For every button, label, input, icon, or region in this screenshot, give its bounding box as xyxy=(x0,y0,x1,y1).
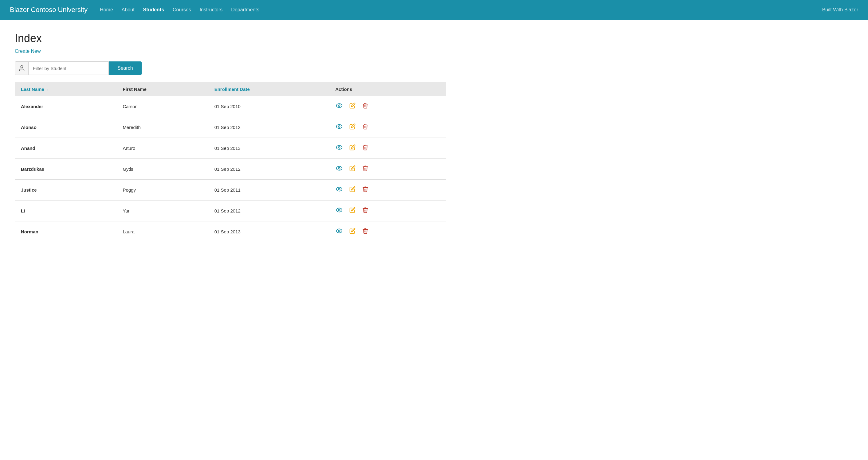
cell-enrollment-date: 01 Sep 2012 xyxy=(208,117,330,138)
svg-point-6 xyxy=(338,146,340,148)
cell-enrollment-date: 01 Sep 2011 xyxy=(208,179,330,200)
nav-item-departments[interactable]: Departments xyxy=(231,7,259,12)
delete-button[interactable] xyxy=(362,227,369,236)
edit-button[interactable] xyxy=(349,227,356,236)
cell-actions xyxy=(329,159,446,179)
cell-actions xyxy=(329,221,446,242)
svg-point-0 xyxy=(21,66,23,68)
view-button[interactable] xyxy=(335,206,343,216)
cell-lastname: Norman xyxy=(15,221,117,242)
main-content: Index Create New Search Last Name ↑ F xyxy=(0,20,461,255)
sort-arrow-icon: ↑ xyxy=(47,87,49,92)
cell-firstname: Meredith xyxy=(117,117,208,138)
view-button[interactable] xyxy=(335,123,343,132)
delete-button[interactable] xyxy=(362,102,369,111)
cell-lastname: Alexander xyxy=(15,96,117,117)
actions-cell xyxy=(335,143,440,153)
cell-firstname: Laura xyxy=(117,221,208,242)
svg-point-10 xyxy=(338,188,340,190)
cell-lastname: Anand xyxy=(15,138,117,159)
nav-item-home[interactable]: Home xyxy=(100,7,113,12)
edit-button[interactable] xyxy=(349,123,356,132)
students-table: Last Name ↑ First Name Enrollment Date A… xyxy=(15,82,446,242)
table-row: AlexanderCarson01 Sep 2010 xyxy=(15,96,446,117)
table-body: AlexanderCarson01 Sep 2010AlonsoMeredith… xyxy=(15,96,446,242)
actions-cell xyxy=(335,123,440,132)
built-with-label: Built With Blazor xyxy=(822,7,858,12)
nav-item-students[interactable]: Students xyxy=(143,7,164,12)
cell-firstname: Peggy xyxy=(117,179,208,200)
svg-point-8 xyxy=(338,167,340,169)
cell-lastname: Alonso xyxy=(15,117,117,138)
svg-point-13 xyxy=(336,229,342,233)
cell-firstname: Yan xyxy=(117,200,208,221)
create-new-link[interactable]: Create New xyxy=(15,48,40,54)
navbar-left: Blazor Contoso University HomeAboutStude… xyxy=(10,6,259,14)
cell-actions xyxy=(329,138,446,159)
table-row: JusticePeggy01 Sep 2011 xyxy=(15,179,446,200)
actions-cell xyxy=(335,185,440,195)
page-title: Index xyxy=(15,32,446,45)
svg-point-7 xyxy=(336,166,342,170)
cell-enrollment-date: 01 Sep 2013 xyxy=(208,138,330,159)
search-button[interactable]: Search xyxy=(109,61,142,75)
cell-enrollment-date: 01 Sep 2010 xyxy=(208,96,330,117)
nav-item-about[interactable]: About xyxy=(122,7,134,12)
edit-button[interactable] xyxy=(349,144,356,153)
delete-button[interactable] xyxy=(362,123,369,132)
actions-cell xyxy=(335,206,440,216)
search-area: Search xyxy=(15,61,446,75)
actions-cell xyxy=(335,102,440,111)
svg-point-5 xyxy=(336,145,342,150)
cell-lastname: Barzdukas xyxy=(15,159,117,179)
delete-button[interactable] xyxy=(362,206,369,215)
table-header-row: Last Name ↑ First Name Enrollment Date A… xyxy=(15,82,446,96)
view-button[interactable] xyxy=(335,227,343,236)
table-row: AnandArturo01 Sep 2013 xyxy=(15,138,446,159)
search-input[interactable] xyxy=(29,61,108,75)
col-header-lastname[interactable]: Last Name ↑ xyxy=(15,82,117,96)
navbar-nav: HomeAboutStudentsCoursesInstructorsDepar… xyxy=(100,7,259,12)
svg-point-11 xyxy=(336,208,342,212)
cell-firstname: Gytis xyxy=(117,159,208,179)
nav-item-instructors[interactable]: Instructors xyxy=(200,7,223,12)
delete-button[interactable] xyxy=(362,144,369,153)
view-button[interactable] xyxy=(335,143,343,153)
col-header-enrollment[interactable]: Enrollment Date xyxy=(208,82,330,96)
cell-actions xyxy=(329,96,446,117)
actions-cell xyxy=(335,164,440,174)
edit-button[interactable] xyxy=(349,206,356,215)
table-row: LiYan01 Sep 2012 xyxy=(15,200,446,221)
cell-firstname: Arturo xyxy=(117,138,208,159)
cell-lastname: Justice xyxy=(15,179,117,200)
table-row: NormanLaura01 Sep 2013 xyxy=(15,221,446,242)
col-header-actions: Actions xyxy=(329,82,446,96)
table-row: BarzdukasGytis01 Sep 2012 xyxy=(15,159,446,179)
edit-button[interactable] xyxy=(349,102,356,111)
cell-enrollment-date: 01 Sep 2013 xyxy=(208,221,330,242)
cell-enrollment-date: 01 Sep 2012 xyxy=(208,200,330,221)
svg-point-12 xyxy=(338,209,340,211)
navbar: Blazor Contoso University HomeAboutStude… xyxy=(0,0,868,20)
cell-actions xyxy=(329,179,446,200)
svg-point-9 xyxy=(336,187,342,191)
table-header: Last Name ↑ First Name Enrollment Date A… xyxy=(15,82,446,96)
delete-button[interactable] xyxy=(362,186,369,194)
svg-point-2 xyxy=(338,105,340,106)
nav-item-courses[interactable]: Courses xyxy=(173,7,191,12)
svg-point-1 xyxy=(336,104,342,108)
view-button[interactable] xyxy=(335,164,343,174)
cell-lastname: Li xyxy=(15,200,117,221)
edit-button[interactable] xyxy=(349,186,356,194)
brand-link[interactable]: Blazor Contoso University xyxy=(10,6,88,14)
search-input-wrapper xyxy=(15,61,109,75)
svg-point-14 xyxy=(338,230,340,232)
svg-point-4 xyxy=(338,126,340,127)
table-row: AlonsoMeredith01 Sep 2012 xyxy=(15,117,446,138)
view-button[interactable] xyxy=(335,102,343,111)
svg-point-3 xyxy=(336,125,342,129)
view-button[interactable] xyxy=(335,185,343,195)
delete-button[interactable] xyxy=(362,165,369,173)
edit-button[interactable] xyxy=(349,165,356,173)
col-header-firstname: First Name xyxy=(117,82,208,96)
